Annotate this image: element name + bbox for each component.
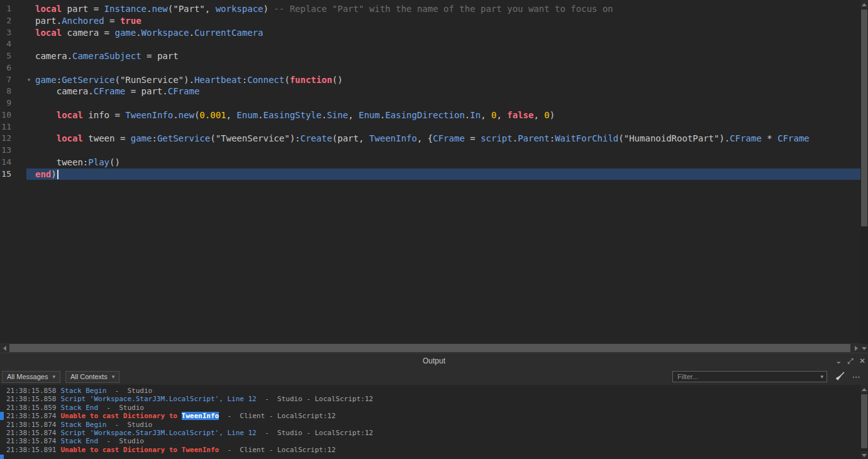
more-options-button[interactable]: ⋯ — [850, 370, 862, 383]
code-token: . — [321, 110, 326, 120]
code-token: local — [57, 110, 83, 120]
code-token: false — [507, 110, 533, 120]
output-vertical-scrollbar[interactable] — [860, 385, 868, 459]
scroll-down-button[interactable] — [860, 344, 868, 353]
code-line-text[interactable]: tween:Play() — [26, 157, 860, 169]
log-text: - Client - LocalScript:12 — [219, 446, 335, 454]
log-timestamp: 21:38:15.858 — [6, 395, 56, 403]
code-token — [35, 133, 57, 143]
code-line[interactable]: 11 — [0, 121, 860, 133]
code-token: 0.001 — [199, 110, 226, 120]
code-line[interactable]: 10 local info = TweenInfo.new(0.001, Enu… — [0, 109, 860, 121]
code-line[interactable]: 6 — [0, 62, 860, 74]
line-number: 14 — [0, 157, 26, 169]
arrow-left-icon — [3, 346, 6, 351]
output-titlebar: Output ⌄ ⤢ ✕ — [0, 353, 868, 368]
code-line-text[interactable]: part.Anchored = true — [26, 15, 860, 27]
fold-arrow-icon[interactable]: ▾ — [27, 74, 31, 86]
code-area[interactable]: 1local part = Instance.new("Part", works… — [0, 3, 860, 180]
code-token: ( — [618, 133, 623, 143]
log-text: TweenInfo — [182, 412, 220, 420]
code-token: Instance — [104, 4, 147, 14]
code-line-text[interactable]: camera.CFrame = part.CFrame — [26, 86, 860, 97]
clear-output-button[interactable] — [833, 370, 846, 383]
code-token: function — [290, 75, 332, 85]
float-panel-icon[interactable]: ⤢ — [847, 357, 854, 365]
output-log-line[interactable]: 21:38:15.858Script 'Workspace.StarJ3M.Lo… — [0, 395, 868, 403]
contexts-filter-dropdown[interactable]: All Contexts ▾ — [65, 371, 120, 383]
output-log-line[interactable]: 21:38:15.874Unable to cast Dictionary to… — [0, 412, 868, 420]
output-log-line[interactable]: 21:38:15.874Stack End - Studio — [0, 437, 868, 445]
code-line-text[interactable] — [26, 121, 860, 133]
arrow-down-icon — [862, 454, 867, 457]
messages-filter-dropdown[interactable]: All Messages ▾ — [2, 371, 60, 383]
code-line[interactable]: 14 tween:Play() — [0, 157, 860, 169]
output-scroll-down-button[interactable] — [860, 451, 868, 459]
code-line[interactable]: 2part.Anchored = true — [0, 15, 860, 27]
code-line-text[interactable] — [26, 38, 860, 50]
code-line[interactable]: 12 local tween = game:GetService("TweenS… — [0, 133, 860, 145]
output-log-line[interactable]: 21:38:15.858Stack Begin - Studio — [0, 387, 868, 395]
code-line[interactable]: 13 — [0, 145, 860, 157]
code-line[interactable]: 3local camera = game.Workspace.CurrentCa… — [0, 27, 860, 39]
error-marker — [0, 412, 4, 420]
code-line[interactable]: 4 — [0, 38, 860, 50]
filter-input[interactable] — [676, 372, 820, 381]
code-token: ( — [114, 75, 120, 85]
code-line[interactable]: 5camera.CameraSubject = part — [0, 50, 860, 62]
code-line[interactable]: 15end) — [0, 169, 860, 180]
code-line[interactable]: 1local part = Instance.new("Part", works… — [0, 3, 860, 15]
code-line-text[interactable]: local camera = game.Workspace.CurrentCam… — [26, 27, 860, 39]
scroll-up-button[interactable] — [860, 0, 868, 9]
editor-vertical-scrollbar[interactable] — [860, 0, 868, 353]
code-token: : — [242, 75, 247, 85]
editor-scrollbar-thumb[interactable] — [861, 9, 867, 226]
code-token: () — [109, 157, 120, 167]
line-number: 3 — [0, 27, 26, 39]
scroll-left-button[interactable] — [0, 343, 9, 353]
log-text: Unable to cast Dictionary to TweenInfo — [60, 446, 219, 454]
code-line-text[interactable] — [26, 145, 860, 157]
output-titlebar-icons: ⌄ ⤢ ✕ — [835, 353, 865, 368]
code-line[interactable]: 7▾game:GetService("RunService").Heartbea… — [0, 74, 860, 86]
code-token: camera. — [35, 51, 72, 61]
code-token: EasingStyle — [264, 110, 322, 120]
code-line-text[interactable]: local tween = game:GetService("TweenServ… — [26, 133, 860, 145]
close-panel-icon[interactable]: ✕ — [859, 357, 865, 365]
code-token: . — [189, 28, 194, 38]
filter-history-chevron-icon[interactable]: ▾ — [820, 374, 823, 380]
log-text: - Studio - LocalScript:12 — [257, 429, 373, 437]
code-token: ) — [550, 110, 555, 120]
script-editor[interactable]: 1local part = Instance.new("Part", works… — [0, 0, 860, 343]
code-line-text[interactable] — [26, 97, 860, 109]
code-line-text[interactable] — [26, 62, 860, 74]
panel-menu-chevron-icon[interactable]: ⌄ — [835, 357, 842, 365]
editor-horizontal-scrollbar[interactable] — [0, 343, 860, 353]
code-line-text[interactable]: local info = TweenInfo.new(0.001, Enum.E… — [26, 109, 860, 121]
code-line-text[interactable]: ▾game:GetService("RunService").Heartbeat… — [26, 74, 860, 86]
editor-horizontal-scrollbar-thumb[interactable] — [9, 344, 850, 352]
output-scroll-up-button[interactable] — [860, 385, 868, 394]
code-line-text[interactable]: local part = Instance.new("Part", worksp… — [26, 3, 860, 15]
output-scrollbar-thumb[interactable] — [861, 394, 867, 448]
broom-icon — [835, 372, 845, 382]
code-line[interactable]: 9 — [0, 97, 860, 109]
line-number: 1 — [0, 3, 26, 15]
output-log-line[interactable]: 21:38:15.874Script 'Workspace.StarJ3M.Lo… — [0, 429, 868, 437]
output-log[interactable]: 21:38:15.858Stack Begin - Studio21:38:15… — [0, 385, 868, 459]
output-log-line[interactable]: 21:38:15.859Stack End - Studio — [0, 404, 868, 412]
code-line-text[interactable]: end) — [26, 169, 860, 180]
arrow-right-icon — [855, 346, 858, 351]
code-token: CFrame — [730, 133, 762, 143]
output-log-line[interactable]: 21:38:15.891Unable to cast Dictionary to… — [0, 446, 868, 454]
code-line-text[interactable]: camera.CameraSubject = part — [26, 50, 860, 62]
code-token: , — [348, 110, 359, 120]
code-line[interactable]: 8 camera.CFrame = part.CFrame — [0, 86, 860, 97]
output-log-line[interactable]: 21:38:15.874Stack Begin - Studio — [0, 421, 868, 429]
output-title: Output — [0, 353, 868, 368]
scroll-right-button[interactable] — [852, 343, 860, 353]
log-text: - Studio — [106, 421, 152, 429]
log-timestamp: 21:38:15.859 — [6, 404, 56, 412]
code-token: Connect — [247, 75, 284, 85]
filter-box[interactable]: ▾ — [672, 371, 827, 382]
